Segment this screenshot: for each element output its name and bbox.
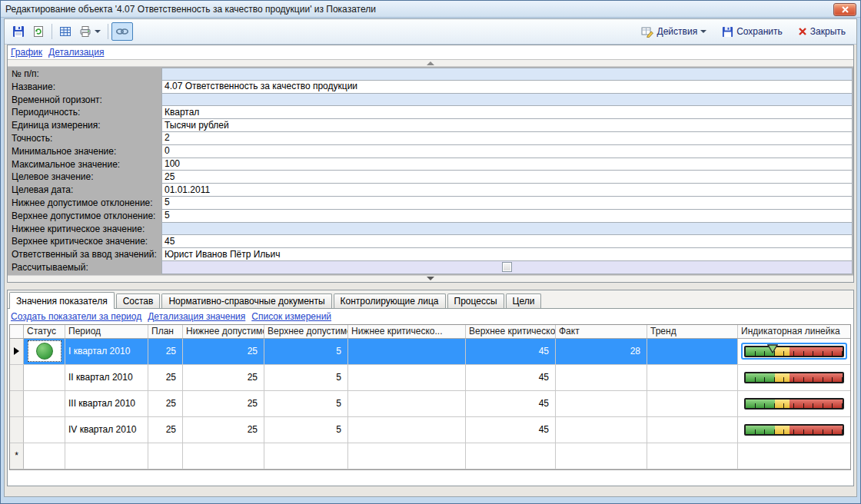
close-button[interactable]: Закрыть <box>794 22 849 41</box>
cell-period[interactable]: II квартал 2010 <box>65 365 148 390</box>
cell-upper-critical[interactable]: 45 <box>466 417 556 443</box>
save-button[interactable]: Сохранить <box>718 22 786 41</box>
field-periodicity[interactable]: Квартал <box>161 106 853 119</box>
cell-trend[interactable] <box>647 365 738 390</box>
cell-upper-tolerance[interactable]: 5 <box>264 391 348 416</box>
col-fact[interactable]: Факт <box>556 325 647 338</box>
field-responsible[interactable]: Юрист Иванов Пётр Ильич <box>161 248 853 261</box>
cell-status[interactable] <box>24 365 65 390</box>
cell-lower-critical[interactable] <box>348 443 466 469</box>
field-upper-critical[interactable]: 45 <box>161 235 853 248</box>
cell-indicator[interactable] <box>738 391 850 416</box>
value-detail-link[interactable]: Детализация значения <box>148 311 245 322</box>
tab-goals[interactable]: Цели <box>506 293 542 308</box>
new-row[interactable]: * <box>10 443 850 469</box>
cell-lower-critical[interactable] <box>348 417 466 443</box>
cell-status[interactable] <box>24 443 65 469</box>
field-horizon[interactable] <box>161 94 853 107</box>
detail-link[interactable]: Детализация <box>48 47 104 58</box>
cell-upper-tolerance[interactable]: 5 <box>264 365 348 390</box>
cell-lower-tolerance[interactable]: 25 <box>183 391 264 416</box>
cell-fact[interactable] <box>556 417 647 443</box>
cell-period[interactable] <box>65 443 148 469</box>
measure-list-link[interactable]: Список измерений <box>251 311 331 322</box>
cell-upper-critical[interactable]: 45 <box>466 391 556 416</box>
cell-lower-tolerance[interactable]: 25 <box>183 417 264 443</box>
print-button[interactable] <box>75 22 105 41</box>
cell-fact[interactable] <box>556 365 647 390</box>
save-button-icon-only[interactable] <box>8 22 28 41</box>
tab-processes[interactable]: Процессы <box>447 293 504 308</box>
cell-trend[interactable] <box>647 417 738 443</box>
field-target-date[interactable]: 01.01.2011 <box>161 184 853 197</box>
field-lower-tolerance[interactable]: 5 <box>161 197 853 210</box>
cell-fact[interactable]: 28 <box>556 339 647 364</box>
cell-lower-tolerance[interactable]: 25 <box>183 365 264 390</box>
window-close-button[interactable] <box>833 3 856 16</box>
cell-plan[interactable] <box>148 443 183 469</box>
cell-lower-critical[interactable] <box>348 365 466 390</box>
form-splitter-top[interactable] <box>8 60 853 67</box>
create-indicators-link[interactable]: Создать показатели за период <box>11 311 141 322</box>
field-min[interactable]: 0 <box>161 145 853 158</box>
col-upper-critical[interactable]: Верхнее критическо... <box>466 325 556 338</box>
cell-lower-tolerance[interactable]: 25 <box>183 339 264 364</box>
refresh-button[interactable] <box>28 22 48 41</box>
calculated-checkbox[interactable] <box>502 262 512 272</box>
tab-values[interactable]: Значения показателя <box>9 292 115 309</box>
col-plan[interactable]: План <box>148 325 183 338</box>
field-upper-tolerance[interactable]: 5 <box>161 210 853 223</box>
cell-lower-critical[interactable] <box>348 339 466 364</box>
cell-trend[interactable] <box>647 391 738 416</box>
cell-indicator[interactable] <box>738 417 850 443</box>
actions-button[interactable]: Действия <box>637 22 711 41</box>
cell-indicator[interactable] <box>738 365 850 390</box>
cell-plan[interactable]: 25 <box>148 365 183 390</box>
cell-trend[interactable] <box>647 339 738 364</box>
field-target[interactable]: 25 <box>161 171 853 184</box>
cell-upper-tolerance[interactable]: 5 <box>264 339 348 364</box>
cell-plan[interactable]: 25 <box>148 417 183 443</box>
table-row[interactable]: II квартал 2010 25 25 5 45 <box>10 365 850 391</box>
cell-fact[interactable] <box>556 443 647 469</box>
cell-indicator[interactable] <box>738 443 850 469</box>
cell-upper-critical[interactable]: 45 <box>466 365 556 390</box>
cell-upper-tolerance[interactable]: 5 <box>264 417 348 443</box>
link-button[interactable] <box>111 22 133 41</box>
cell-lower-critical[interactable] <box>348 391 466 416</box>
col-trend[interactable]: Тренд <box>647 325 738 338</box>
field-unit[interactable]: Тысячи рублей <box>161 119 853 132</box>
tab-composition[interactable]: Состав <box>116 293 161 308</box>
cell-lower-tolerance[interactable] <box>183 443 264 469</box>
col-upper-tolerance[interactable]: Верхнее допустимо... <box>264 325 348 338</box>
field-precision[interactable]: 2 <box>161 132 853 145</box>
cell-period[interactable]: I квартал 2010 <box>65 339 148 364</box>
cell-upper-critical[interactable] <box>466 443 556 469</box>
field-max[interactable]: 100 <box>161 158 853 171</box>
cell-plan[interactable]: 25 <box>148 339 183 364</box>
cell-fact[interactable] <box>556 391 647 416</box>
tab-normative-docs[interactable]: Нормативно-справочные документы <box>161 293 331 308</box>
cell-status[interactable] <box>24 339 65 364</box>
field-num[interactable] <box>161 68 853 81</box>
table-row[interactable]: I квартал 2010 25 25 5 45 28 <box>10 339 850 365</box>
field-lower-critical[interactable] <box>161 223 853 236</box>
col-lower-critical[interactable]: Нижнее критическо... <box>348 325 466 338</box>
cell-status[interactable] <box>24 417 65 443</box>
chart-link[interactable]: График <box>11 47 42 58</box>
grid-view-button[interactable] <box>55 22 75 41</box>
cell-period[interactable]: III квартал 2010 <box>65 391 148 416</box>
col-lower-tolerance[interactable]: Нижнее допустимое... <box>183 325 264 338</box>
col-indicator[interactable]: Индикаторная линейка <box>738 325 850 338</box>
table-row[interactable]: IV квартал 2010 25 25 5 45 <box>10 417 850 443</box>
cell-upper-critical[interactable]: 45 <box>466 339 556 364</box>
cell-status[interactable] <box>24 391 65 416</box>
col-status[interactable]: Статус <box>24 325 65 338</box>
col-period[interactable]: Период <box>65 325 148 338</box>
form-splitter-bottom[interactable] <box>8 275 853 282</box>
cell-indicator[interactable] <box>738 339 850 364</box>
tab-controlling-persons[interactable]: Контролирующие лица <box>334 293 446 308</box>
table-row[interactable]: III квартал 2010 25 25 5 45 <box>10 391 850 417</box>
cell-plan[interactable]: 25 <box>148 391 183 416</box>
cell-trend[interactable] <box>647 443 738 469</box>
